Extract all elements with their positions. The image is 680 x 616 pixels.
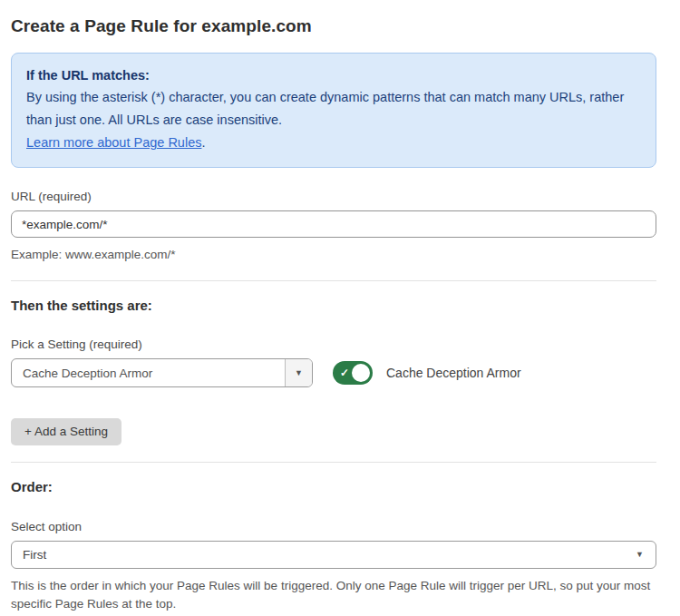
divider xyxy=(11,462,656,463)
setting-toggle[interactable]: ✓ xyxy=(333,361,373,385)
learn-more-link[interactable]: Learn more about Page Rules xyxy=(26,135,201,150)
url-input[interactable] xyxy=(11,210,656,238)
setting-select-value: Cache Deception Armor xyxy=(12,359,285,386)
check-icon: ✓ xyxy=(340,367,349,379)
order-helper-text: This is the order in which your Page Rul… xyxy=(11,577,656,613)
toggle-knob xyxy=(352,364,370,382)
info-link-line: Learn more about Page Rules. xyxy=(26,132,641,154)
order-select[interactable]: First ▼ xyxy=(11,541,656,569)
chevron-down-icon: ▼ xyxy=(295,369,303,377)
order-select-value: First xyxy=(12,542,636,568)
url-match-info-box: If the URL matches: By using the asteris… xyxy=(11,53,656,168)
setting-picker-label: Pick a Setting (required) xyxy=(11,337,656,351)
order-section-heading: Order: xyxy=(11,479,656,494)
link-period: . xyxy=(201,135,205,150)
divider xyxy=(11,280,656,281)
add-setting-button[interactable]: + Add a Setting xyxy=(11,418,121,445)
info-box-body: By using the asterisk (*) character, you… xyxy=(26,86,636,132)
setting-row: Cache Deception Armor ▼ ✓ Cache Deceptio… xyxy=(11,358,656,387)
order-select-label: Select option xyxy=(11,520,656,533)
url-label: URL (required) xyxy=(11,190,656,203)
url-helper-text: Example: www.example.com/* xyxy=(11,246,656,264)
setting-select[interactable]: Cache Deception Armor ▼ xyxy=(11,358,313,387)
info-box-heading: If the URL matches: xyxy=(26,64,641,86)
page-title: Create a Page Rule for example.com xyxy=(11,16,656,36)
toggle-setting-label: Cache Deception Armor xyxy=(386,366,521,380)
settings-section-heading: Then the settings are: xyxy=(11,298,656,313)
page-rule-form: Create a Page Rule for example.com If th… xyxy=(0,0,680,616)
chevron-down-icon: ▼ xyxy=(636,551,644,559)
setting-select-arrow-button[interactable]: ▼ xyxy=(285,359,312,386)
order-select-arrow: ▼ xyxy=(636,542,656,568)
